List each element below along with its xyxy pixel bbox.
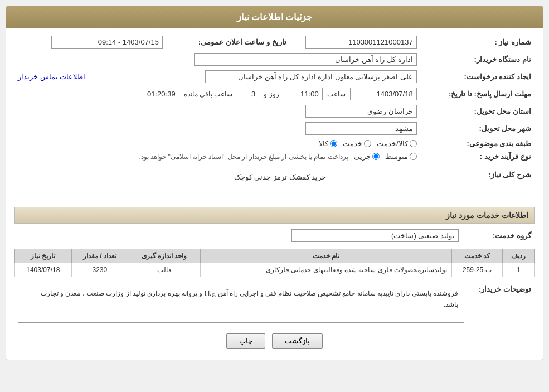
cell-unit: قالب [128, 263, 201, 277]
services-table: ردیف کد خدمت نام خدمت واحد اندازه گیری ت… [14, 249, 535, 277]
cell-code: ب-25-259 [451, 263, 502, 277]
category-option-khedmat[interactable]: خدمت [343, 139, 371, 148]
purchase-option-jozi[interactable]: جزیی [354, 152, 380, 161]
response-days-value: 3 [237, 88, 259, 100]
response-remaining-label: ساعت باقی مانده [184, 90, 233, 98]
category-option-kala-khedmat[interactable]: کالا/خدمت [377, 139, 417, 148]
col-header-name: نام خدمت [201, 249, 452, 263]
province-value: خراسان رضوی [305, 105, 417, 118]
service-group-label: گروه خدمت: [462, 227, 535, 244]
category-radio-group: کالا/خدمت خدمت کالا [18, 139, 417, 148]
service-group-value: تولید صنعتی (ساخت) [291, 229, 459, 242]
need-desc-value: خرید کفشک ترمز چدنی کوچک [18, 170, 329, 200]
cell-name: تولیدسایرمحصولات فلزی ساخته شده وفعالیته… [201, 263, 452, 277]
need-desc-label: شرح کلی نیاز: [333, 167, 535, 202]
button-row: بازگشت چاپ [14, 333, 535, 349]
category-option-kala[interactable]: کالا [319, 139, 337, 148]
response-time-value: 11:00 [284, 88, 323, 100]
purchase-type-label: نوع فرآیند خرید : [420, 150, 535, 163]
purchase-option-motavset[interactable]: متوسط [385, 152, 417, 161]
category-label: طبقه بندی موضوعی: [420, 137, 535, 150]
cell-qty: 3230 [71, 263, 128, 277]
table-row: 1 ب-25-259 تولیدسایرمحصولات فلزی ساخته ش… [15, 263, 535, 277]
city-value: مشهد [305, 122, 417, 135]
col-header-unit: واحد اندازه گیری [128, 249, 201, 263]
contact-info-link[interactable]: اطلاعات تماس خریدار [18, 72, 85, 81]
creator-label: ایجاد کننده درخواست: [420, 68, 535, 85]
page-header: جزئیات اطلاعات نیاز [6, 6, 543, 28]
col-header-code: کد خدمت [451, 249, 502, 263]
response-date-value: 1403/07/18 [350, 88, 417, 100]
response-deadline-label: مهلت ارسال پاسخ: تا تاریخ: [420, 85, 535, 103]
cell-row: 1 [503, 263, 535, 277]
purchase-radio-group: متوسط جزیی [354, 152, 417, 161]
buyer-org-value: اداره کل راه آهن خراسان [194, 53, 417, 66]
response-days-label: روز و [264, 90, 279, 98]
col-header-row: ردیف [503, 249, 535, 263]
print-button[interactable]: چاپ [226, 333, 265, 349]
response-remaining-value: 01:20:39 [135, 88, 179, 100]
services-section-header: اطلاعات خدمات مورد نیاز [14, 207, 535, 224]
creator-value: علی اصغر پرسلانی معاون اداره اداره کل را… [205, 70, 417, 83]
col-header-qty: تعداد / مقدار [71, 249, 128, 263]
purchase-extra-text: پرداخت تمام یا بخشی از مبلغ خریدار از مح… [18, 153, 348, 161]
need-number-value: 1103001121000137 [305, 36, 417, 49]
back-button[interactable]: بازگشت [272, 333, 323, 349]
response-time-label: ساعت [327, 90, 346, 98]
buyer-desc-label: توضیحات خریدار: [468, 282, 535, 325]
date-value: 1403/07/15 - 09:14 [51, 36, 163, 49]
need-number-label: شماره نیاز : [420, 33, 535, 51]
buyer-desc-value: فروشنده بایستی دارای تاییدیه سامانه جامع… [18, 284, 464, 323]
page-title: جزئیات اطلاعات نیاز [237, 12, 313, 22]
date-label: تاریخ و ساعت اعلان عمومی: [166, 33, 298, 51]
province-label: استان محل تحویل: [420, 103, 535, 120]
city-label: شهر محل تحویل: [420, 120, 535, 137]
col-header-date: تاریخ نیاز [15, 249, 72, 263]
cell-date: 1403/07/18 [15, 263, 72, 277]
buyer-org-label: نام دستگاه خریدار: [420, 51, 535, 68]
